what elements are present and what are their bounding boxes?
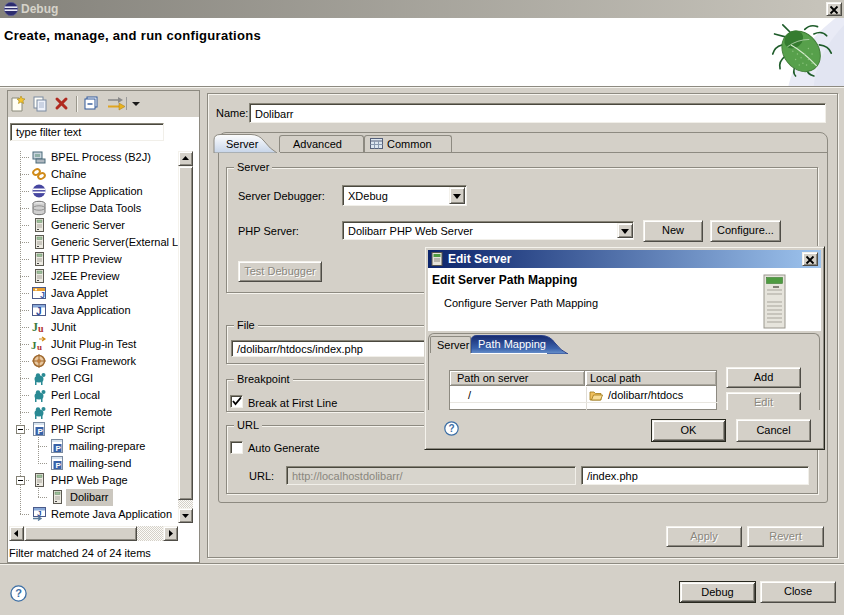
- svg-text:?: ?: [15, 587, 22, 599]
- svg-text:P: P: [56, 444, 62, 453]
- svg-text:u: u: [38, 323, 44, 334]
- svg-text:u: u: [37, 342, 42, 352]
- svg-text:J: J: [40, 290, 45, 300]
- svg-text:P: P: [56, 461, 62, 470]
- svg-text:J: J: [36, 306, 42, 317]
- svg-text:?: ?: [448, 423, 454, 434]
- svg-text:P: P: [38, 427, 44, 436]
